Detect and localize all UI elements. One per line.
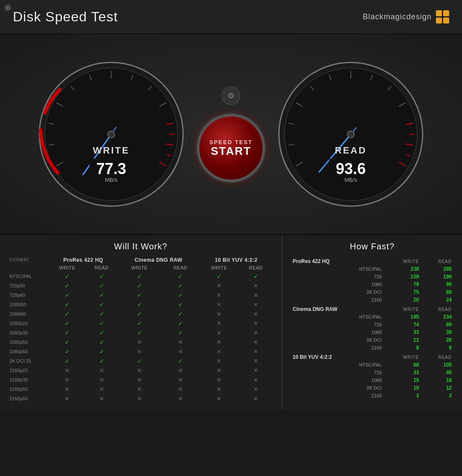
hf-label: 720: [291, 321, 384, 328]
cross-icon: ✕: [216, 320, 222, 327]
hf-read-val: 285: [421, 265, 453, 273]
col-10bit-yuv: 10 Bit YUV 4:2:2: [199, 256, 273, 264]
check-icon: ✓: [137, 320, 142, 327]
check-cell: ✓: [86, 347, 118, 356]
sub-dng-read: READ: [161, 264, 199, 272]
sub-prores-read: READ: [86, 264, 118, 272]
check-cell: ✕: [86, 394, 118, 403]
hf-label: 720: [291, 273, 384, 281]
check-cell: ✓: [118, 356, 161, 366]
sub-yuv-write: WRITE: [199, 264, 239, 272]
hf-label: 2K DCI: [291, 384, 384, 392]
check-icon: ✓: [65, 358, 70, 364]
table-row: 2160p60✕✕✕✕✕✕: [9, 394, 273, 403]
read-label: READ: [335, 145, 367, 156]
cross-icon: ✕: [216, 301, 222, 308]
results-section: Will It Work? FORMAT ProRes 422 HQ Cinem…: [0, 235, 462, 410]
group-name: ProRes 422 HQ: [291, 256, 384, 265]
check-cell: ✕: [49, 384, 86, 394]
check-cell: ✕: [161, 375, 199, 384]
check-cell: ✓: [86, 328, 118, 337]
hf-data-row: 2160 3 3: [291, 392, 453, 399]
check-cell: ✕: [239, 375, 273, 384]
hf-data-row: 2K DCI 21 26: [291, 336, 453, 344]
cross-icon: ✕: [137, 395, 142, 402]
format-cell: 2160p30: [9, 375, 49, 384]
check-cell: ✕: [86, 366, 118, 375]
app-title: Disk Speed Test: [13, 9, 118, 25]
how-fast-section: How Fast? ProRes 422 HQ WRITE READ NTSC/…: [282, 235, 462, 410]
check-cell: ✓: [49, 337, 86, 347]
check-cell: ✓: [86, 356, 118, 366]
cross-icon: ✕: [99, 386, 104, 393]
cross-icon: ✕: [99, 376, 104, 383]
check-cell: ✕: [161, 394, 199, 403]
hf-data-row: 2K DCI 75 89: [291, 288, 453, 296]
hf-write-val: 159: [384, 273, 421, 281]
check-cell: ✕: [199, 347, 239, 356]
how-fast-title: How Fast?: [291, 242, 453, 251]
hf-data-row: 2160 8 9: [291, 344, 453, 352]
format-cell: 720p50: [9, 281, 49, 290]
format-cell: 1080i50: [9, 300, 49, 309]
hf-write-val: 88: [384, 361, 421, 369]
hf-write-val: 8: [384, 344, 421, 352]
hf-write-val: 3: [384, 392, 421, 399]
hf-read-val: 12: [421, 384, 453, 392]
start-btn-line2: START: [211, 145, 252, 157]
write-header: WRITE: [384, 304, 421, 313]
table-row: 2K DCI 25✓✓✓✓✕✕: [9, 356, 273, 366]
hf-data-row: 2160 20 24: [291, 296, 453, 304]
hf-label: 2160: [291, 344, 384, 352]
check-cell: ✕: [239, 319, 273, 328]
check-cell: ✓: [161, 328, 199, 337]
format-cell: 720p60: [9, 290, 49, 300]
check-icon: ✓: [65, 282, 70, 289]
brand-area: Blackmagicdesign: [363, 10, 449, 24]
hf-data-row: NTSC/PAL 238 285: [291, 265, 453, 273]
hf-label: NTSC/PAL: [291, 265, 384, 273]
write-label: WRITE: [93, 145, 130, 156]
hf-data-row: 720 159 190: [291, 273, 453, 281]
check-icon: ✓: [65, 301, 70, 308]
hf-write-val: 195: [384, 313, 421, 321]
check-cell: ✕: [118, 347, 161, 356]
hf-data-row: 1080 15 18: [291, 376, 453, 384]
check-icon: ✓: [178, 273, 183, 280]
cross-icon: ✕: [216, 329, 222, 336]
hf-read-val: 95: [421, 281, 453, 288]
read-header: READ: [421, 256, 453, 265]
cross-icon: ✕: [137, 386, 142, 393]
check-cell: ✓: [118, 328, 161, 337]
cross-icon: ✕: [253, 301, 258, 308]
check-icon: ✓: [216, 273, 222, 280]
table-row: 1080p50✓✓✕✕✕✕: [9, 337, 273, 347]
check-cell: ✓: [161, 281, 199, 290]
cross-icon: ✕: [178, 395, 183, 402]
table-row: 1080i50✓✓✓✓✕✕: [9, 300, 273, 309]
check-cell: ✓: [86, 309, 118, 319]
read-header: READ: [421, 352, 453, 361]
close-button[interactable]: ✕: [4, 4, 11, 11]
check-cell: ✕: [239, 347, 273, 356]
start-button[interactable]: SPEED TEST START: [197, 114, 265, 182]
hf-label: NTSC/PAL: [291, 361, 384, 369]
check-cell: ✓: [49, 328, 86, 337]
format-cell: 1080i60: [9, 309, 49, 319]
settings-button[interactable]: ⚙: [222, 86, 240, 105]
format-cell: 2160p60: [9, 394, 49, 403]
check-icon: ✓: [65, 329, 70, 336]
hf-read-val: 24: [421, 296, 453, 304]
check-cell: ✓: [118, 281, 161, 290]
cross-icon: ✕: [253, 292, 258, 299]
read-gauge-inner: READ 93.6 MB/s: [329, 145, 373, 186]
read-value: 93.6: [336, 161, 366, 177]
will-it-work-section: Will It Work? FORMAT ProRes 422 HQ Cinem…: [0, 235, 282, 410]
check-cell: ✕: [199, 300, 239, 309]
table-row: 1080p60✓✓✕✕✕✕: [9, 347, 273, 356]
check-cell: ✕: [118, 366, 161, 375]
check-icon: ✓: [178, 310, 183, 317]
check-icon: ✓: [65, 273, 70, 280]
check-icon: ✓: [65, 348, 70, 355]
cross-icon: ✕: [65, 376, 70, 383]
